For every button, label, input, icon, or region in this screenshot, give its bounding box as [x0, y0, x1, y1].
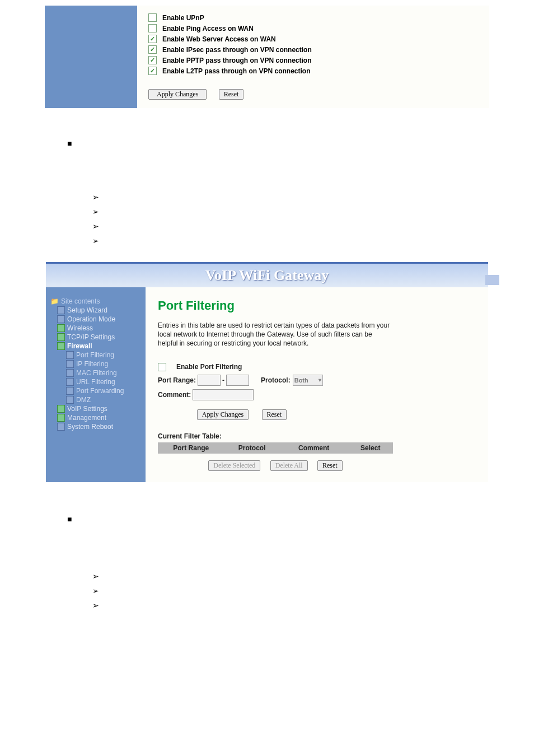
delete-selected-button[interactable]: Delete Selected	[208, 460, 260, 471]
bullet-marker: ■	[67, 139, 534, 148]
nav-mac-filtering[interactable]: MAC Filtering	[66, 369, 146, 377]
enable-row[interactable]: Enable Port Filtering	[158, 363, 477, 371]
checkbox-checked-icon[interactable]	[148, 35, 157, 43]
option-label: Enable L2TP pass through on VPN connecti…	[162, 67, 310, 75]
arrow-item	[92, 236, 534, 245]
folder-icon	[57, 414, 65, 422]
nav-management[interactable]: Management	[57, 414, 146, 422]
page-icon	[66, 387, 74, 395]
nav-wireless[interactable]: Wireless	[57, 324, 146, 332]
comment-label: Comment:	[158, 391, 191, 399]
option-ping-wan[interactable]: Enable Ping Access on WAN	[148, 24, 478, 32]
nav-tcpip[interactable]: TCP/IP Settings	[57, 333, 146, 341]
page-icon	[57, 315, 65, 323]
port-filtering-panel: VoIP WiFi Gateway 📁 Site contents Setup …	[46, 262, 488, 482]
option-ipsec[interactable]: Enable IPsec pass through on VPN connect…	[148, 45, 478, 54]
arrow-list	[92, 193, 534, 245]
arrow-list	[92, 572, 534, 610]
port-range-row: Port Range: - Protocol: Both	[158, 375, 477, 386]
page-icon	[57, 306, 65, 314]
panel1-button-row: Apply Changes Reset	[148, 89, 478, 100]
nav-url-filtering[interactable]: URL Filtering	[66, 378, 146, 386]
app-title: VoIP WiFi Gateway	[205, 264, 329, 287]
apply-button[interactable]: Apply Changes	[197, 409, 249, 420]
arrow-item	[92, 572, 534, 581]
checkbox-checked-icon[interactable]	[148, 56, 157, 64]
th-protocol: Protocol	[224, 442, 279, 454]
option-upnp[interactable]: Enable UPnP	[148, 13, 478, 22]
table-button-row: Delete Selected Delete All Reset	[158, 460, 393, 471]
arrow-item	[92, 601, 534, 610]
option-label: Enable Web Server Access on WAN	[162, 35, 276, 43]
tree-root-label: Site contents	[61, 297, 100, 305]
protocol-select[interactable]: Both	[293, 375, 323, 386]
arrow-item	[92, 586, 534, 595]
page-icon	[57, 423, 65, 431]
page-icon	[66, 378, 74, 386]
option-l2tp[interactable]: Enable L2TP pass through on VPN connecti…	[148, 67, 478, 75]
option-pptp[interactable]: Enable PPTP pass through on VPN connecti…	[148, 56, 478, 64]
main-content: Port Filtering Entries in this table are…	[146, 287, 488, 482]
comment-row: Comment:	[158, 389, 477, 400]
option-label: Enable UPnP	[162, 14, 204, 22]
checkbox-icon[interactable]	[148, 24, 157, 32]
checkbox-icon[interactable]	[158, 363, 166, 371]
page-icon	[66, 369, 74, 377]
nav-operation-mode[interactable]: Operation Mode	[57, 315, 146, 323]
options-content: Enable UPnP Enable Ping Access on WAN En…	[137, 6, 489, 108]
nav-port-filtering[interactable]: Port Filtering	[66, 351, 146, 359]
page-icon	[66, 396, 74, 404]
option-label: Enable IPsec pass through on VPN connect…	[162, 46, 312, 54]
nav-sidebar: 📁 Site contents Setup Wizard Operation M…	[46, 287, 146, 482]
tab-stub	[485, 275, 499, 285]
comment-input[interactable]	[193, 389, 254, 400]
page-description: Entries in this table are used to restri…	[158, 321, 393, 348]
th-select: Select	[348, 442, 393, 454]
checkbox-checked-icon[interactable]	[148, 67, 157, 75]
page-icon	[66, 360, 74, 368]
arrow-item	[92, 207, 534, 216]
option-label: Enable PPTP pass through on VPN connecti…	[162, 57, 311, 64]
apply-button[interactable]: Apply Changes	[148, 89, 207, 100]
dash: -	[222, 376, 224, 384]
folder-icon	[57, 324, 65, 332]
nav-setup-wizard[interactable]: Setup Wizard	[57, 306, 146, 314]
nav-system-reboot[interactable]: System Reboot	[57, 423, 146, 431]
port-start-input[interactable]	[198, 375, 221, 386]
nav-voip[interactable]: VoIP Settings	[57, 405, 146, 413]
folder-icon	[57, 405, 65, 413]
tree-root[interactable]: 📁 Site contents	[50, 297, 146, 305]
delete-all-button[interactable]: Delete All	[270, 460, 308, 471]
arrow-item	[92, 193, 534, 202]
filter-table: Port Range Protocol Comment Select	[158, 442, 393, 454]
nav-port-forwarding[interactable]: Port Forwarding	[66, 387, 146, 395]
table-header-row: Port Range Protocol Comment Select	[158, 442, 393, 454]
nav-dmz[interactable]: DMZ	[66, 396, 146, 404]
firewall-options-panel: Enable UPnP Enable Ping Access on WAN En…	[45, 6, 489, 108]
checkbox-checked-icon[interactable]	[148, 45, 157, 54]
reset-button[interactable]: Reset	[317, 460, 343, 471]
port-range-label: Port Range:	[158, 376, 196, 384]
protocol-label: Protocol:	[261, 376, 291, 384]
sidebar-placeholder	[45, 6, 137, 108]
th-port-range: Port Range	[158, 442, 224, 454]
nav-ip-filtering[interactable]: IP Filtering	[66, 360, 146, 368]
nav-firewall[interactable]: Firewall	[57, 342, 146, 350]
app-header: VoIP WiFi Gateway	[46, 264, 488, 287]
reset-button[interactable]: Reset	[262, 409, 287, 420]
page-icon	[66, 351, 74, 359]
th-comment: Comment	[280, 442, 348, 454]
port-end-input[interactable]	[226, 375, 249, 386]
folder-icon	[57, 342, 65, 350]
arrow-item	[92, 222, 534, 231]
enable-label: Enable Port Filtering	[176, 363, 242, 371]
bullet-marker: ■	[67, 515, 534, 524]
reset-button[interactable]: Reset	[219, 89, 244, 100]
checkbox-icon[interactable]	[148, 13, 157, 22]
option-webserver-wan[interactable]: Enable Web Server Access on WAN	[148, 35, 478, 43]
folder-icon	[57, 333, 65, 341]
option-label: Enable Ping Access on WAN	[162, 25, 254, 32]
table-title: Current Filter Table:	[158, 432, 477, 440]
form-button-row: Apply Changes Reset	[158, 409, 326, 420]
page-title: Port Filtering	[158, 298, 477, 313]
